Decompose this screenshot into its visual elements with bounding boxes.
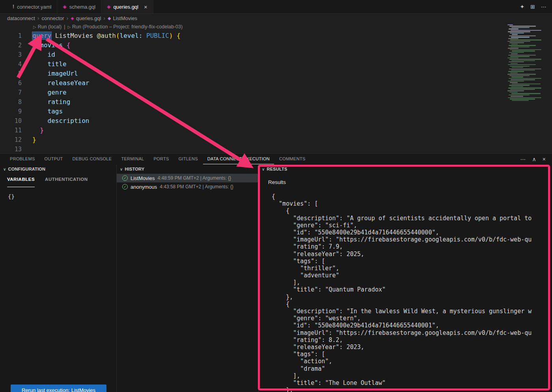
code-line-10[interactable]: 10 description — [0, 116, 505, 126]
history-name: ListMovies — [131, 175, 155, 181]
minimap-line — [508, 31, 530, 32]
code-line-6[interactable]: 6 releaseYear — [0, 78, 505, 88]
json-line: "tags": [ — [268, 258, 552, 265]
panel-tab-comments[interactable]: COMMENTS — [275, 154, 310, 164]
json-line: "imageUrl": "https://firebasestorage.goo… — [268, 329, 552, 336]
history-name: anonymous — [131, 184, 157, 190]
history-section: ∨ HISTORY ✓ListMovies4:48:59 PM GMT+2 | … — [116, 164, 258, 392]
section-title: HISTORY — [125, 167, 145, 171]
more-actions-icon[interactable]: ⋯ — [541, 4, 546, 10]
config-tabs: VARIABLESAUTHENTICATION — [0, 174, 116, 187]
configuration-section: ∨ CONFIGURATION VARIABLESAUTHENTICATION … — [0, 164, 116, 392]
json-line: "releaseYear": 2023, — [268, 344, 552, 351]
code-line-2[interactable]: 2 movies { — [0, 41, 505, 50]
symbol-icon: ◆ — [108, 16, 111, 21]
breadcrumb-item-queries.gql[interactable]: ◈queries.gql — [71, 15, 101, 21]
tab-connector.yaml[interactable]: !connector.yaml — [7, 0, 57, 13]
gql-icon: ◈ — [71, 16, 74, 21]
history-item-listmovies[interactable]: ✓ListMovies4:48:59 PM GMT+2 | Arguments:… — [117, 174, 258, 182]
editor-actions: ✦ ⊞ ⋯ — [520, 0, 552, 13]
json-line: "genre": "western", — [268, 315, 552, 322]
rerun-button[interactable]: Rerun last execution: ListMovies — [11, 385, 106, 392]
line-number: 12 — [0, 135, 22, 145]
history-meta: 4:43:58 PM GMT+2 | Arguments: {} — [160, 184, 233, 189]
code-area: 1query ListMovies @auth(level: PUBLIC) {… — [0, 31, 505, 153]
results-header[interactable]: ∨ RESULTS — [259, 164, 552, 174]
code-line-3[interactable]: 3 id — [0, 50, 505, 59]
json-line: "description": "A group of scientists ac… — [268, 215, 552, 222]
panel-tab-terminal[interactable]: TERMINAL — [117, 154, 148, 164]
breadcrumb: dataconnect›connector›◈queries.gql›◆List… — [0, 14, 552, 22]
minimap-line — [511, 63, 518, 64]
json-line: "tags": [ — [268, 351, 552, 358]
minimap-line — [511, 30, 541, 31]
json-line: "id": "550e8400e29b41d4a716446655440000"… — [268, 229, 552, 236]
config-tab-authentication[interactable]: AUTHENTICATION — [45, 177, 88, 187]
code-line-11[interactable]: 11 } — [0, 126, 505, 135]
line-number: 13 — [0, 145, 22, 153]
breadcrumb-item-dataconnect[interactable]: dataconnect — [7, 15, 35, 21]
minimap-line — [511, 44, 518, 45]
panel-tab-data-connect-execution[interactable]: DATA CONNECT EXECUTION — [203, 154, 274, 164]
minimap-line — [512, 100, 529, 101]
history-item-anonymous[interactable]: ✓anonymous4:43:58 PM GMT+2 | Arguments: … — [117, 182, 258, 191]
tab-queries.gql[interactable]: ◈queries.gql× — [101, 0, 153, 13]
panel-actions: ⋯ ∧ × — [520, 154, 552, 164]
panel-tab-gitlens[interactable]: GITLENS — [174, 154, 202, 164]
configuration-header[interactable]: ∨ CONFIGURATION — [0, 164, 116, 174]
tab-schema.gql[interactable]: ◈schema.gql — [57, 0, 101, 13]
minimap-line — [510, 89, 535, 90]
panel-tab-problems[interactable]: PROBLEMS — [6, 154, 39, 164]
breadcrumb-label: ListMovies — [113, 15, 137, 21]
code-line-1[interactable]: 1query ListMovies @auth(level: PUBLIC) { — [0, 31, 505, 41]
run-production-link[interactable]: ▷ Run (Production – Project: friendly-fl… — [67, 24, 183, 30]
results-body[interactable]: Results { "movies": [ { "description": "… — [259, 174, 552, 392]
line-number: 9 — [0, 107, 22, 116]
code-line-12[interactable]: 12} — [0, 135, 505, 145]
minimap-line — [510, 56, 530, 57]
breadcrumb-item-listmovies[interactable]: ◆ListMovies — [108, 15, 137, 21]
minimap-line — [511, 79, 535, 80]
code-line-8[interactable]: 8 rating — [0, 97, 505, 107]
minimap-line — [508, 71, 524, 72]
sparkle-icon[interactable]: ✦ — [520, 4, 525, 10]
line-number: 3 — [0, 50, 22, 59]
minimap-line — [509, 42, 524, 43]
breadcrumb-item-connector[interactable]: connector — [42, 15, 64, 21]
minimap-line — [511, 96, 523, 97]
chevron-down-icon: ∨ — [120, 167, 123, 171]
line-number: 4 — [0, 59, 22, 69]
code-line-9[interactable]: 9 tags — [0, 107, 505, 116]
panel-tab-output[interactable]: OUTPUT — [40, 154, 67, 164]
history-list: ✓ListMovies4:48:59 PM GMT+2 | Arguments:… — [117, 174, 258, 191]
code-line-4[interactable]: 4 title — [0, 59, 505, 69]
breadcrumb-label: connector — [42, 15, 64, 21]
line-number: 7 — [0, 88, 22, 97]
json-line: "genre": "sci-fi", — [268, 222, 552, 229]
minimap-line — [507, 90, 524, 91]
panel-tab-debug-console[interactable]: DEBUG CONSOLE — [68, 154, 116, 164]
minimap-line — [508, 64, 536, 65]
minimap[interactable] — [506, 24, 552, 122]
code-line-5[interactable]: 5 imageUrl — [0, 69, 505, 78]
minimap-line — [508, 97, 541, 98]
more-actions-icon[interactable]: ⋯ — [520, 156, 526, 162]
run-local-link[interactable]: ▷ Run (local) — [33, 24, 62, 30]
panel-tab-ports[interactable]: PORTS — [149, 154, 173, 164]
results-json: { "movies": [ { "description": "A group … — [259, 193, 552, 392]
minimap-line — [509, 45, 536, 46]
check-icon: ✓ — [122, 184, 128, 189]
maximize-panel-icon[interactable]: ∧ — [532, 156, 536, 162]
code-line-13[interactable]: 13 — [0, 145, 505, 153]
breadcrumb-label: dataconnect — [7, 15, 35, 21]
play-icon: ▷ — [33, 25, 36, 29]
codelens: ▷ Run (local) | ▷ Run (Production – Proj… — [0, 22, 552, 31]
code-line-7[interactable]: 7 genre — [0, 88, 505, 97]
split-editor-icon[interactable]: ⊞ — [530, 4, 535, 10]
json-line: "imageUrl": "https://firebasestorage.goo… — [268, 236, 552, 243]
config-tab-variables[interactable]: VARIABLES — [7, 177, 35, 187]
close-icon[interactable]: × — [144, 4, 147, 10]
close-panel-icon[interactable]: × — [543, 156, 546, 162]
history-header[interactable]: ∨ HISTORY — [117, 164, 258, 174]
json-line: "rating": 7.9, — [268, 243, 552, 250]
